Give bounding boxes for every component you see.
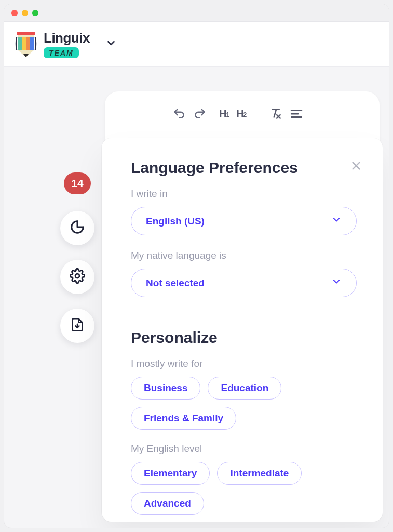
chip-business[interactable]: Business: [131, 377, 200, 400]
settings-button[interactable]: [60, 260, 94, 294]
window-zoom-dot[interactable]: [32, 10, 38, 16]
file-download-icon: [70, 317, 85, 334]
brand-team-badge: TEAM: [44, 47, 79, 58]
section-divider: [131, 312, 357, 312]
app-window: Linguix TEAM H1 H2: [4, 4, 389, 528]
chip-advanced[interactable]: Advanced: [131, 492, 204, 515]
close-icon[interactable]: [350, 160, 362, 174]
clear-formatting-icon[interactable]: [269, 107, 282, 121]
svg-rect-1: [18, 35, 34, 37]
modal-title: Language Preferences: [131, 159, 357, 177]
issues-count-badge[interactable]: 14: [64, 172, 91, 194]
heading1-button[interactable]: H1: [219, 108, 229, 120]
native-language-select[interactable]: Not selected: [131, 269, 357, 297]
chip-intermediate[interactable]: Intermediate: [217, 462, 302, 485]
chevron-down-icon: [331, 215, 342, 228]
native-language-value: Not selected: [146, 277, 205, 289]
linguix-logo-icon: [15, 32, 37, 57]
write-for-chips: Business Education Friends & Family: [131, 377, 357, 430]
heading2-button[interactable]: H2: [236, 108, 246, 120]
write-in-select[interactable]: English (US): [131, 207, 357, 235]
svg-rect-2: [18, 37, 22, 50]
mac-titlebar: [4, 4, 389, 22]
chip-elementary[interactable]: Elementary: [131, 462, 210, 485]
window-close-dot[interactable]: [11, 10, 18, 16]
h1-letter: H: [219, 108, 226, 120]
download-button[interactable]: [60, 309, 94, 343]
side-icon-stack: 14: [60, 172, 94, 343]
level-chips: Elementary Intermediate Advanced: [131, 462, 357, 515]
write-in-label: I write in: [131, 188, 357, 200]
align-left-icon[interactable]: [290, 107, 303, 121]
gear-icon: [70, 268, 85, 286]
personalize-title: Personalize: [131, 329, 357, 347]
svg-point-11: [75, 274, 79, 278]
write-for-label: I mostly write for: [131, 358, 357, 369]
svg-rect-0: [17, 32, 35, 35]
svg-rect-3: [22, 37, 26, 50]
svg-rect-5: [30, 37, 34, 50]
stats-button[interactable]: [60, 211, 94, 245]
svg-rect-4: [26, 37, 30, 50]
redo-icon[interactable]: [193, 107, 207, 121]
level-label: My English level: [131, 443, 357, 455]
pie-chart-icon: [70, 219, 85, 237]
chip-education[interactable]: Education: [208, 377, 281, 400]
editor-toolbar: H1 H2: [105, 91, 380, 130]
header-chevron-down-icon[interactable]: [105, 37, 117, 51]
chevron-down-icon: [331, 276, 342, 289]
window-minimize-dot[interactable]: [22, 10, 28, 16]
chip-friends-family[interactable]: Friends & Family: [131, 407, 236, 430]
brand-name: Linguix: [44, 30, 90, 46]
h2-sub: 2: [243, 111, 247, 118]
h1-sub: 1: [226, 111, 229, 118]
native-language-label: My native language is: [131, 250, 357, 261]
undo-icon[interactable]: [172, 107, 186, 121]
app-header: Linguix TEAM: [4, 22, 389, 66]
h2-letter: H: [236, 108, 243, 120]
write-in-value: English (US): [146, 216, 205, 227]
language-preferences-modal: Language Preferences I write in English …: [102, 138, 383, 522]
brand-block: Linguix TEAM: [44, 30, 90, 58]
